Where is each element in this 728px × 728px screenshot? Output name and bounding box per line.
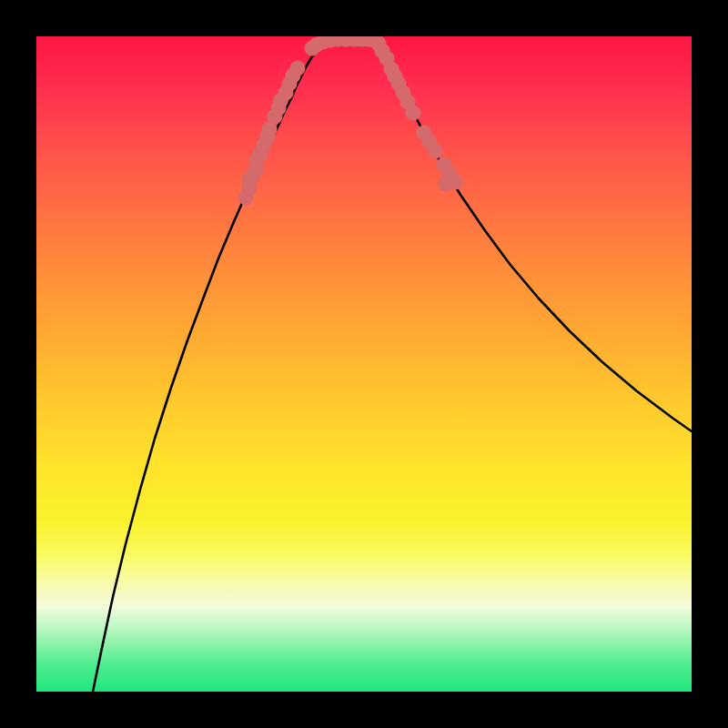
scatter-series-layer: [238, 36, 462, 206]
point-left-cluster-lower: [289, 60, 305, 76]
plot-area: [36, 36, 692, 692]
frame-bottom: [0, 692, 728, 728]
point-right-cluster-upper: [427, 143, 442, 158]
series-left-curve: [93, 39, 349, 692]
frame-right: [692, 0, 728, 728]
point-right-cluster-upper: [438, 176, 453, 191]
chart-stage: TheBottleneck.com: [0, 0, 728, 728]
frame-top: [0, 0, 728, 36]
chart-svg: [36, 36, 692, 692]
frame-left: [0, 0, 36, 728]
point-right-cluster-lower: [405, 105, 420, 120]
line-series-layer: [93, 39, 692, 692]
series-right-curve: [377, 40, 692, 431]
